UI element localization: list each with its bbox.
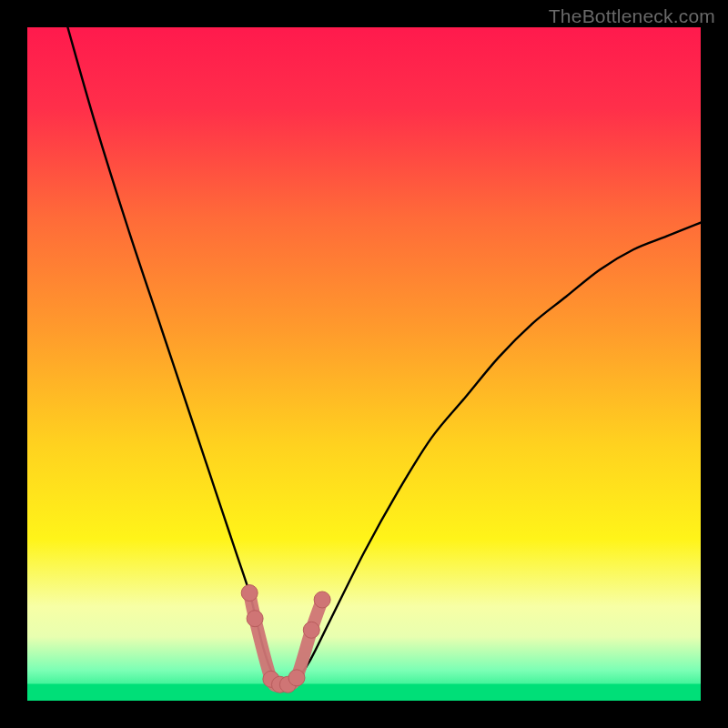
marker-dot: [247, 611, 263, 627]
marker-dot: [288, 670, 305, 686]
bottom-band: [27, 684, 701, 702]
bottleneck-chart: [27, 27, 701, 701]
watermark-text: TheBottleneck.com: [549, 5, 715, 27]
marker-dot: [241, 585, 258, 602]
marker-dot: [303, 622, 319, 638]
chart-frame: TheBottleneck.com: [0, 0, 728, 728]
gradient-background: [27, 27, 701, 701]
marker-dot: [314, 592, 330, 608]
plot-area: [27, 27, 701, 701]
